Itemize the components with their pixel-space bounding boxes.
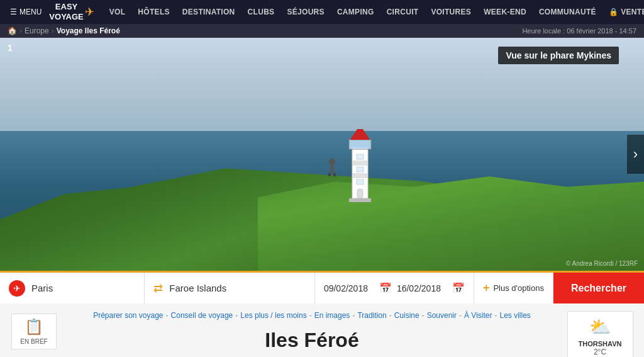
nav-link-cuisine[interactable]: Cuisine [394,311,419,320]
origin-input[interactable] [31,283,135,293]
right-sidebar: ⛅ THORSHAVN 2°C [562,311,638,357]
nav-camping[interactable]: CAMPING [331,8,380,16]
calendar-to-icon[interactable]: 📅 [452,282,465,294]
hero-copyright: © Andrea Ricordi / 123RF [566,260,638,267]
lighthouse-illustration [343,126,377,208]
svg-rect-8 [357,179,364,184]
nav-destination[interactable]: DESTINATION [176,8,242,16]
nav-clubs[interactable]: CLUBS [242,8,281,16]
menu-button[interactable]: ☰ MENU [5,0,47,24]
slide-number: 1 [8,43,13,53]
svg-rect-13 [333,173,336,176]
plus-icon: + [483,281,490,295]
breadcrumb-europe[interactable]: Europe [25,26,49,35]
main-content: Préparer son voyage - Conseil de voyage … [62,311,562,357]
destination-input[interactable] [169,283,306,293]
logo-line1: EASY [49,2,83,12]
breadcrumb: 🏠 › Europe › Voyage Iles Féroé [8,26,120,35]
nav-vol[interactable]: VOL [103,8,132,16]
top-navigation: ☰ MENU EASY VOYAGE ✈ VOL HÔTELS DESTINAT… [0,0,644,24]
nav-circuit[interactable]: CIRCUIT [380,8,425,16]
calendar-from-icon[interactable]: 📅 [379,282,392,294]
weather-widget: ⛅ THORSHAVN 2°C [567,311,633,357]
nav-voitures[interactable]: VOITURES [425,8,477,16]
hero-caption: Vue sur le phare Mykines [498,47,619,64]
svg-rect-7 [357,167,364,172]
main-nav-links: VOL HÔTELS DESTINATION CLUBS SÉJOURS CAM… [103,8,644,16]
search-destination-field[interactable]: ⇄ [145,273,315,303]
content-area: 📋 EN BREF Préparer son voyage - Conseil … [0,303,644,357]
nav-link-conseil[interactable]: Conseil de voyage [171,311,233,320]
svg-rect-1 [352,161,368,166]
nav-link-images[interactable]: En images [314,311,350,320]
search-bar: ✈ ⇄ 📅 📅 + Plus d'options Rechercher [0,271,644,303]
nav-ventes-privees[interactable]: 🔒 VENTES PRIVÉES [602,8,644,16]
weather-icon: ⛅ [573,317,628,337]
svg-rect-5 [349,198,371,202]
svg-rect-11 [330,165,334,173]
swap-icon: ⇄ [153,281,163,295]
logo-line2: VOYAGE [49,12,83,22]
nav-weekend[interactable]: WEEK-END [477,8,533,16]
svg-rect-9 [357,189,363,198]
en-bref-icon: 📋 [25,318,43,336]
en-bref-label: EN BREF [20,338,47,345]
nav-link-plus-moins[interactable]: Les plus / les moins [240,311,306,320]
nav-link-preparer[interactable]: Préparer son voyage [93,311,163,320]
page-title: Iles Féroé [68,329,556,352]
more-options-label: Plus d'options [493,283,544,293]
nav-link-souvenir[interactable]: Souvenir [427,311,457,320]
date-to-input[interactable] [397,283,447,293]
date-from-input[interactable] [324,283,374,293]
hero-image-container: 1 Vue sur le phare Mykines › © Andrea Ri… [0,38,644,271]
weather-city: THORSHAVN [573,340,628,348]
nav-link-visiter[interactable]: À Visiter [464,311,492,320]
hero-next-button[interactable]: › [627,135,644,174]
svg-rect-2 [352,173,368,178]
svg-point-10 [329,159,335,165]
search-dates-field: 📅 📅 [315,273,474,303]
breadcrumb-current: Voyage Iles Féroé [57,26,120,35]
nav-sejours[interactable]: SÉJOURS [280,8,330,16]
logo-icon: ✈ [85,5,94,19]
left-sidebar: 📋 EN BREF [6,311,62,357]
search-button[interactable]: Rechercher [553,273,644,303]
search-origin-field[interactable]: ✈ [0,273,145,303]
weather-temp: 2°C [573,348,628,356]
svg-rect-6 [357,154,364,159]
more-options-button[interactable]: + Plus d'options [474,273,553,303]
breadcrumb-bar: 🏠 › Europe › Voyage Iles Féroé Heure loc… [0,24,644,38]
nav-link-villes[interactable]: Les villes [500,311,531,320]
menu-label: MENU [19,8,42,16]
lock-icon: 🔒 [609,8,618,16]
content-nav-links: Préparer son voyage - Conseil de voyage … [68,311,556,320]
svg-rect-3 [349,140,371,149]
nav-communaute[interactable]: COMMUNAUTÉ [533,8,602,16]
site-logo[interactable]: EASY VOYAGE ✈ [49,2,94,21]
svg-marker-4 [350,129,370,140]
svg-rect-12 [328,173,331,176]
home-icon[interactable]: 🏠 [8,26,17,35]
nav-link-tradition[interactable]: Tradition [357,311,386,320]
hero-background [0,38,644,271]
flight-icon: ✈ [9,280,25,297]
nav-hotels[interactable]: HÔTELS [131,8,175,16]
local-time: Heure locale : 06 février 2018 - 14:57 [522,27,636,35]
menu-icon: ☰ [10,8,17,16]
person-figure [327,159,337,176]
en-bref-widget[interactable]: 📋 EN BREF [11,314,57,349]
